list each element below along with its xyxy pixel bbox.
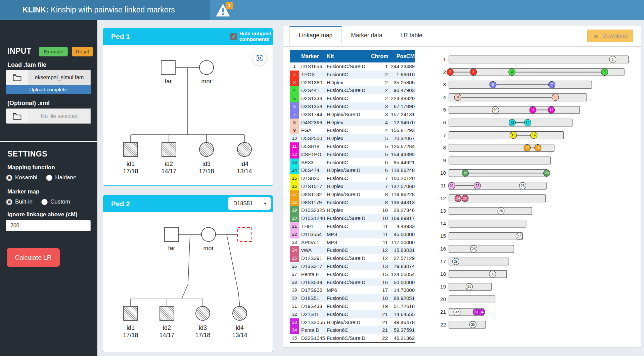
chromosome-label: 20 [440,296,446,302]
radio-kosambi-label: Kosambi [15,174,37,181]
ped1-title: Ped 1 [111,28,130,45]
marker-circle-number: 25 [463,196,467,200]
table-row[interactable]: 12CSF1POFusion6C5154.43395 [290,150,415,159]
col-chrom[interactable]: Chrom [371,50,388,62]
radio-custom[interactable] [41,199,48,205]
table-row[interactable]: 32D21S11Fusion6C2114.64555 [290,310,415,318]
table-row[interactable]: 18D8S1179Fusion6C8136.44313 [290,198,415,207]
chromosome-label: 17 [440,259,446,264]
table-row[interactable]: 31D19S433Fusion6C1951.72618 [290,302,415,310]
table-row[interactable]: 17D8S1132HDplex/SureID8119.96228 [290,190,415,198]
radio-option-kosambi[interactable]: Kosambi [6,174,37,181]
table-row[interactable]: 33D21S2055HDplex/SureID2149.46478 [290,318,415,326]
fam-file-input[interactable]: eksempel_simul.fam [6,70,91,85]
xml-file-input[interactable]: No file selected [6,108,91,124]
warning-count-badge: 1 [226,2,233,9]
table-row[interactable]: 15D7S820Fusion6C7100.20120 [290,174,415,182]
table-row[interactable]: 19D10S2325HDplex1028.27346 [290,206,415,214]
ped2-child2-genotype: 14/17 [159,332,174,339]
marker-circle-number: 29 [454,260,458,263]
table-row[interactable]: 23APOAI1MP311117.00000 [290,238,415,247]
mapping-function-radios: Kosambi Haldane [6,174,85,182]
table-row[interactable]: 29D17S906MP61714.70000 [290,286,415,294]
table-row[interactable]: 6D3S1358Fusion6C367.17890 [290,102,415,110]
snapshot-button[interactable] [252,51,267,65]
radio-kosambi[interactable] [6,175,12,181]
fam-file-label: Load .fam file [7,61,46,69]
ped1-father-symbol [161,60,175,75]
warning-indicator[interactable]: 1 [215,3,235,19]
table-row[interactable]: 16D7S1517HDplex7132.07060 [290,182,415,190]
xml-browse-button[interactable] [6,108,28,124]
calculate-lr-button[interactable]: Calculate LR [7,248,60,267]
download-button[interactable]: Download [587,30,633,42]
col-marker[interactable]: Marker [299,50,327,62]
table-row[interactable]: 35D22S1045Fusion6C/SureID2246.21362 [290,334,415,342]
ped2-title: Ped 2 [111,195,130,212]
col-kit[interactable]: Kit [327,50,371,62]
chromosome-bar [449,220,526,227]
marker-select-dropdown[interactable]: D18S51 ▼ [228,197,271,210]
ped1-child4-genotype: 13/14 [237,168,252,175]
ped2-child1-symbol [124,306,138,320]
xml-filename-placeholder: No file selected [28,108,91,124]
radio-haldane[interactable] [46,175,52,181]
ped1-father-label: far [165,78,172,85]
table-row[interactable]: 30D18S51Fusion6C1888.92051 [290,294,415,302]
radio-builtin[interactable] [6,199,12,205]
example-button[interactable]: Example [39,47,68,56]
chromosome-label: 3 [443,82,446,87]
marker-circle-number: 18 [536,146,540,150]
marker-circle-number: 1 [612,58,614,61]
tab-marker-data[interactable]: Marker data [342,26,391,45]
marker-circle-number: 2 [449,70,451,74]
radio-option-custom[interactable]: Custom [41,198,70,205]
chromosome-label: 22 [440,322,446,327]
table-row[interactable]: 27Penta EFusion6C15124.05054 [290,270,415,278]
marker-circle-number: 34 [480,310,484,314]
table-row[interactable]: 22D11S554MP31145.00000 [290,230,415,238]
table-row[interactable]: 9FGAFusion6C4156.81293 [290,126,415,134]
marker-table: Marker Kit Chrom PosCM 1D1S1656Fusion6C/… [290,50,415,343]
marker-circle-number: 11 [531,108,535,112]
ignore-linkage-input[interactable] [6,220,91,231]
reset-button[interactable]: Reset [72,47,93,56]
table-row[interactable]: 1D1S1656Fusion6C/SureID1244.23489 [290,62,415,71]
table-row[interactable]: 8D4S2366HDplex412.94670 [290,119,415,127]
radio-builtin-label: Built-in [15,198,33,205]
table-row[interactable]: 28D16S539Fusion6C/SureID1650.00000 [290,278,415,286]
chromosome-label: 9 [443,158,446,163]
radio-option-builtin[interactable]: Built-in [6,198,33,205]
table-row[interactable]: 21TH01Fusion6C114.48933 [290,222,415,230]
ped2-child3-symbol [196,306,210,320]
table-row[interactable]: 10D5S2500HDplex570.32067 [290,134,415,142]
table-row[interactable]: 26D13S317Fusion6C1379.83074 [290,262,415,270]
table-row[interactable]: 11D5S818Fusion6C5126.67284 [290,142,415,150]
ped2-child4-id: id4 [236,324,244,331]
ped2-father-symbol [165,227,179,241]
tab-linkage-map[interactable]: Linkage map [289,26,342,45]
radio-option-haldane[interactable]: Haldane [46,174,76,181]
ped1-child4-symbol [237,142,251,157]
hide-untyped-checkbox[interactable]: ✓ [230,33,237,40]
camera-viewfinder-icon [256,54,263,62]
table-row[interactable]: 2TPOXFusion6C21.66610 [290,71,415,79]
ped1-child1-genotype: 17/18 [123,168,138,175]
table-row[interactable]: 20D10S1248Fusion6C/SureID10169.89917 [290,214,415,222]
table-row[interactable]: 4D2S441Fusion6C/SureID290.47903 [290,86,415,94]
chromosome-bar [449,56,629,63]
table-row[interactable]: 24vWAFusion6C1215.63031 [290,246,415,254]
table-row[interactable]: 5D2S1338Fusion6C2223.48320 [290,94,415,102]
table-row[interactable]: 13SE33Fusion6C695.44921 [290,159,415,167]
table-row[interactable]: 3D2S1360HDplex235.05805 [290,79,415,87]
table-row[interactable]: 25D12S391Fusion6C/SureID1227.57129 [290,254,415,262]
ped2-pedigree-svg: far mor id1 17/18 id2 14/17 id3 17/18 id… [103,212,273,352]
col-poscm[interactable]: PosCM [388,50,415,62]
table-row[interactable]: 14D6S474HDplex/SureID6118.66248 [290,166,415,174]
tab-lr-table[interactable]: LR table [392,26,431,45]
table-row[interactable]: 7D3S1744HDplex/SureID3157.24131 [290,110,415,119]
marker-circle-number: 26 [499,209,503,213]
table-row[interactable]: 34Penta DFusion6C2159.37591 [290,326,415,334]
fam-browse-button[interactable] [6,70,28,85]
chromosome-map-svg: 1234567891011121314151617181920212212345… [420,54,641,333]
